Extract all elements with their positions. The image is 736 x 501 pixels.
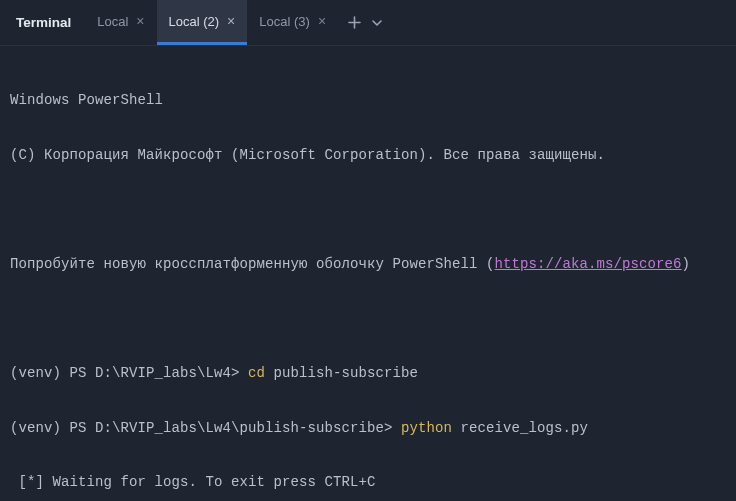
close-icon[interactable]: × bbox=[136, 14, 144, 28]
terminal-tabbar: Terminal Local × Local (2) × Local (3) × bbox=[0, 0, 736, 46]
close-icon[interactable]: × bbox=[227, 14, 235, 28]
ps-copyright-line: (C) Корпорация Майкрософт (Microsoft Cor… bbox=[10, 142, 726, 169]
command-arg: publish-subscribe bbox=[265, 365, 418, 381]
toolwindow-title: Terminal bbox=[6, 0, 85, 45]
command-arg: receive_logs.py bbox=[452, 420, 588, 436]
prompt-line: (venv) PS D:\RVIP_labs\Lw4\publish-subsc… bbox=[10, 415, 726, 442]
ps-header-line: Windows PowerShell bbox=[10, 87, 726, 114]
ps-try-new-line: Попробуйте новую кроссплатформенную обол… bbox=[10, 251, 726, 278]
chevron-down-icon[interactable] bbox=[371, 17, 383, 29]
text: Попробуйте новую кроссплатформенную обол… bbox=[10, 256, 495, 272]
prompt-prefix: (venv) PS D:\RVIP_labs\Lw4> bbox=[10, 365, 248, 381]
text: ) bbox=[682, 256, 691, 272]
blank-line bbox=[10, 306, 726, 333]
tab-local-2[interactable]: Local (2) × bbox=[157, 0, 248, 45]
terminal-output[interactable]: Windows PowerShell (C) Корпорация Майкро… bbox=[0, 46, 736, 501]
blank-line bbox=[10, 196, 726, 223]
prompt-prefix: (venv) PS D:\RVIP_labs\Lw4\publish-subsc… bbox=[10, 420, 401, 436]
tab-label: Local bbox=[97, 14, 128, 29]
pscore6-link[interactable]: https://aka.ms/pscore6 bbox=[495, 256, 682, 272]
close-icon[interactable]: × bbox=[318, 14, 326, 28]
tab-local-1[interactable]: Local × bbox=[85, 0, 156, 45]
tab-actions bbox=[338, 0, 393, 45]
tab-local-3[interactable]: Local (3) × bbox=[247, 0, 338, 45]
command-cd: cd bbox=[248, 365, 265, 381]
output-line: [*] Waiting for logs. To exit press CTRL… bbox=[10, 469, 726, 496]
prompt-line: (venv) PS D:\RVIP_labs\Lw4> cd publish-s… bbox=[10, 360, 726, 387]
tab-label: Local (3) bbox=[259, 14, 310, 29]
new-tab-icon[interactable] bbox=[348, 16, 361, 29]
command-python: python bbox=[401, 420, 452, 436]
tab-label: Local (2) bbox=[169, 14, 220, 29]
